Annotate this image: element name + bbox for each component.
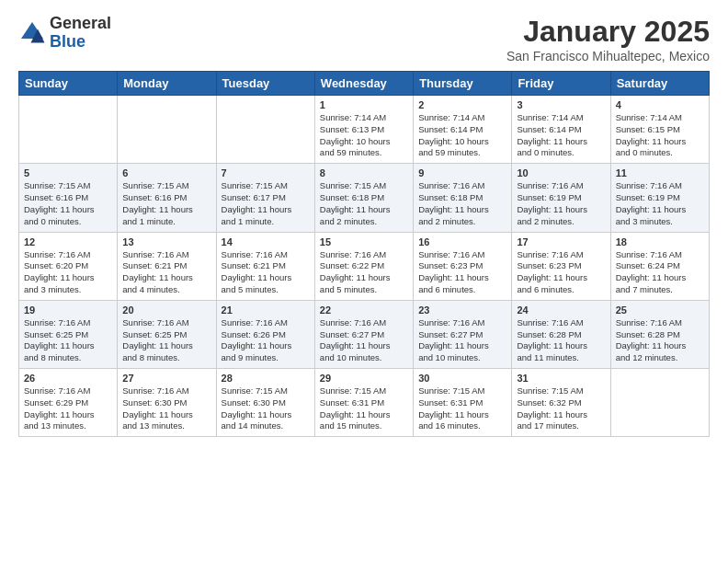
day-info: Sunrise: 7:16 AM Sunset: 6:21 PM Dayligh… (122, 249, 210, 296)
day-number: 16 (418, 236, 506, 247)
day-info: Sunrise: 7:16 AM Sunset: 6:30 PM Dayligh… (122, 385, 210, 432)
day-cell: 20Sunrise: 7:16 AM Sunset: 6:25 PM Dayli… (118, 300, 216, 368)
day-cell (118, 96, 216, 164)
day-cell: 5Sunrise: 7:15 AM Sunset: 6:16 PM Daylig… (19, 164, 118, 232)
day-number: 17 (517, 236, 605, 247)
logo-blue: Blue (50, 33, 111, 52)
day-cell: 28Sunrise: 7:15 AM Sunset: 6:30 PM Dayli… (216, 369, 314, 437)
month-title: January 2025 (506, 15, 710, 49)
day-info: Sunrise: 7:16 AM Sunset: 6:18 PM Dayligh… (418, 180, 506, 227)
day-info: Sunrise: 7:15 AM Sunset: 6:32 PM Dayligh… (517, 385, 605, 432)
day-number: 6 (122, 167, 210, 178)
day-info: Sunrise: 7:16 AM Sunset: 6:28 PM Dayligh… (517, 317, 605, 364)
day-number: 12 (24, 236, 112, 247)
day-number: 21 (222, 304, 310, 316)
day-number: 10 (517, 167, 605, 178)
logo-icon (18, 19, 46, 47)
day-info: Sunrise: 7:16 AM Sunset: 6:22 PM Dayligh… (320, 249, 408, 296)
day-cell: 12Sunrise: 7:16 AM Sunset: 6:20 PM Dayli… (19, 232, 118, 300)
day-info: Sunrise: 7:15 AM Sunset: 6:16 PM Dayligh… (122, 180, 210, 227)
day-cell: 2Sunrise: 7:14 AM Sunset: 6:14 PM Daylig… (414, 96, 512, 164)
header-sunday: Sunday (19, 72, 118, 96)
day-info: Sunrise: 7:16 AM Sunset: 6:25 PM Dayligh… (122, 317, 210, 364)
header-saturday: Saturday (610, 72, 709, 96)
day-cell: 13Sunrise: 7:16 AM Sunset: 6:21 PM Dayli… (118, 232, 216, 300)
day-info: Sunrise: 7:16 AM Sunset: 6:21 PM Dayligh… (222, 249, 310, 296)
day-info: Sunrise: 7:16 AM Sunset: 6:29 PM Dayligh… (24, 385, 112, 432)
day-number: 18 (616, 236, 704, 247)
day-number: 9 (418, 167, 506, 178)
day-cell: 22Sunrise: 7:16 AM Sunset: 6:27 PM Dayli… (314, 300, 413, 368)
day-cell: 27Sunrise: 7:16 AM Sunset: 6:30 PM Dayli… (118, 369, 216, 437)
day-info: Sunrise: 7:15 AM Sunset: 6:31 PM Dayligh… (418, 385, 506, 432)
day-cell: 1Sunrise: 7:14 AM Sunset: 6:13 PM Daylig… (314, 96, 413, 164)
day-cell: 17Sunrise: 7:16 AM Sunset: 6:23 PM Dayli… (512, 232, 610, 300)
day-cell: 24Sunrise: 7:16 AM Sunset: 6:28 PM Dayli… (512, 300, 610, 368)
day-info: Sunrise: 7:16 AM Sunset: 6:23 PM Dayligh… (517, 249, 605, 296)
day-info: Sunrise: 7:15 AM Sunset: 6:31 PM Dayligh… (320, 385, 408, 432)
day-info: Sunrise: 7:16 AM Sunset: 6:27 PM Dayligh… (418, 317, 506, 364)
header-thursday: Thursday (414, 72, 512, 96)
day-number: 13 (122, 236, 210, 247)
day-cell: 15Sunrise: 7:16 AM Sunset: 6:22 PM Dayli… (314, 232, 413, 300)
calendar-table: SundayMondayTuesdayWednesdayThursdayFrid… (18, 71, 710, 437)
week-row-0: 1Sunrise: 7:14 AM Sunset: 6:13 PM Daylig… (19, 96, 710, 164)
week-row-4: 26Sunrise: 7:16 AM Sunset: 6:29 PM Dayli… (19, 369, 710, 437)
title-block: January 2025 San Francisco Mihualtepec, … (506, 15, 710, 63)
day-number: 15 (320, 236, 408, 247)
day-cell: 8Sunrise: 7:15 AM Sunset: 6:18 PM Daylig… (314, 164, 413, 232)
header-friday: Friday (512, 72, 610, 96)
day-number: 20 (122, 304, 210, 316)
day-number: 11 (616, 167, 704, 178)
day-info: Sunrise: 7:16 AM Sunset: 6:19 PM Dayligh… (616, 180, 704, 227)
day-number: 24 (517, 304, 605, 316)
day-number: 8 (320, 167, 408, 178)
logo: General Blue (18, 15, 111, 52)
day-info: Sunrise: 7:16 AM Sunset: 6:24 PM Dayligh… (616, 249, 704, 296)
day-number: 31 (517, 373, 605, 384)
day-cell: 14Sunrise: 7:16 AM Sunset: 6:21 PM Dayli… (216, 232, 314, 300)
day-cell: 26Sunrise: 7:16 AM Sunset: 6:29 PM Dayli… (19, 369, 118, 437)
day-cell: 21Sunrise: 7:16 AM Sunset: 6:26 PM Dayli… (216, 300, 314, 368)
logo-text: General Blue (50, 15, 111, 52)
day-number: 28 (222, 373, 310, 384)
day-info: Sunrise: 7:14 AM Sunset: 6:15 PM Dayligh… (616, 112, 704, 159)
day-number: 7 (222, 167, 310, 178)
week-row-1: 5Sunrise: 7:15 AM Sunset: 6:16 PM Daylig… (19, 164, 710, 232)
day-info: Sunrise: 7:16 AM Sunset: 6:23 PM Dayligh… (418, 249, 506, 296)
day-info: Sunrise: 7:16 AM Sunset: 6:25 PM Dayligh… (24, 317, 112, 364)
logo-general: General (50, 15, 111, 33)
day-info: Sunrise: 7:16 AM Sunset: 6:27 PM Dayligh… (320, 317, 408, 364)
subtitle: San Francisco Mihualtepec, Mexico (506, 49, 710, 63)
day-info: Sunrise: 7:16 AM Sunset: 6:19 PM Dayligh… (517, 180, 605, 227)
day-cell (610, 369, 709, 437)
week-row-2: 12Sunrise: 7:16 AM Sunset: 6:20 PM Dayli… (19, 232, 710, 300)
day-info: Sunrise: 7:15 AM Sunset: 6:16 PM Dayligh… (24, 180, 112, 227)
day-number: 29 (320, 373, 408, 384)
day-cell: 31Sunrise: 7:15 AM Sunset: 6:32 PM Dayli… (512, 369, 610, 437)
header-wednesday: Wednesday (314, 72, 413, 96)
day-number: 25 (616, 304, 704, 316)
day-cell: 30Sunrise: 7:15 AM Sunset: 6:31 PM Dayli… (414, 369, 512, 437)
day-cell: 4Sunrise: 7:14 AM Sunset: 6:15 PM Daylig… (610, 96, 709, 164)
day-cell: 10Sunrise: 7:16 AM Sunset: 6:19 PM Dayli… (512, 164, 610, 232)
day-cell: 29Sunrise: 7:15 AM Sunset: 6:31 PM Dayli… (314, 369, 413, 437)
day-cell: 25Sunrise: 7:16 AM Sunset: 6:28 PM Dayli… (610, 300, 709, 368)
day-info: Sunrise: 7:15 AM Sunset: 6:30 PM Dayligh… (222, 385, 310, 432)
day-cell: 11Sunrise: 7:16 AM Sunset: 6:19 PM Dayli… (610, 164, 709, 232)
week-row-3: 19Sunrise: 7:16 AM Sunset: 6:25 PM Dayli… (19, 300, 710, 368)
day-cell: 23Sunrise: 7:16 AM Sunset: 6:27 PM Dayli… (414, 300, 512, 368)
day-number: 30 (418, 373, 506, 384)
day-number: 22 (320, 304, 408, 316)
header-tuesday: Tuesday (216, 72, 314, 96)
day-info: Sunrise: 7:14 AM Sunset: 6:14 PM Dayligh… (517, 112, 605, 159)
day-number: 3 (517, 99, 605, 110)
days-header-row: SundayMondayTuesdayWednesdayThursdayFrid… (19, 72, 710, 96)
day-info: Sunrise: 7:16 AM Sunset: 6:26 PM Dayligh… (222, 317, 310, 364)
day-number: 23 (418, 304, 506, 316)
day-number: 27 (122, 373, 210, 384)
day-number: 5 (24, 167, 112, 178)
day-info: Sunrise: 7:14 AM Sunset: 6:13 PM Dayligh… (320, 112, 408, 159)
day-cell: 6Sunrise: 7:15 AM Sunset: 6:16 PM Daylig… (118, 164, 216, 232)
day-cell: 3Sunrise: 7:14 AM Sunset: 6:14 PM Daylig… (512, 96, 610, 164)
